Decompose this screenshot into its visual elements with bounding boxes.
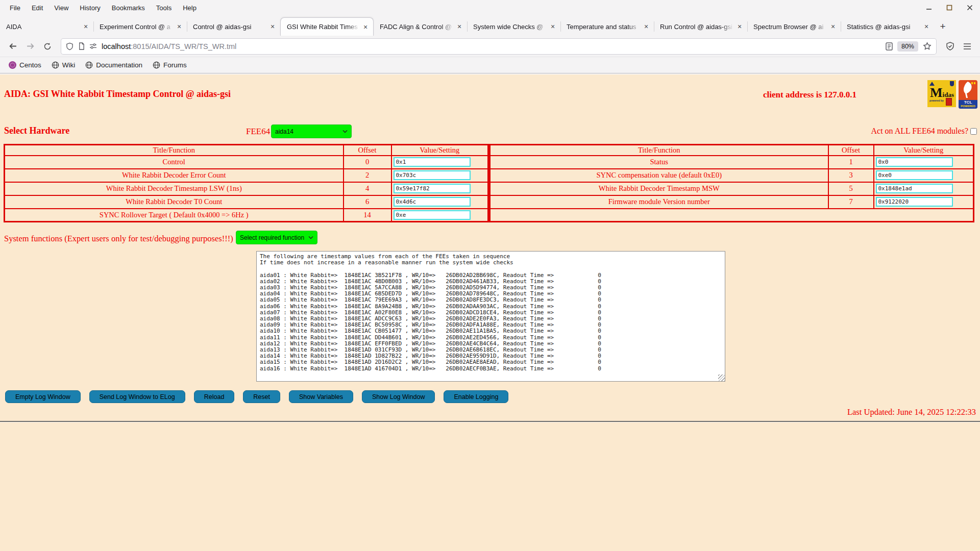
system-functions-select[interactable]: Select required function: [236, 231, 317, 244]
reset-button[interactable]: Reset: [243, 390, 280, 403]
back-icon[interactable]: [5, 39, 20, 54]
minimize-icon[interactable]: [925, 4, 933, 12]
register-value-input[interactable]: [876, 170, 953, 180]
table-row: Control 0: [5, 156, 488, 169]
column-header: Value/Setting: [874, 145, 974, 156]
page-content: AIDA: GSI White Rabbit Timestamp Control…: [0, 74, 980, 551]
tab-close-icon[interactable]: ×: [828, 22, 838, 31]
tab-close-icon[interactable]: ×: [268, 22, 277, 31]
tab-close-icon[interactable]: ×: [735, 22, 744, 31]
url-bar[interactable]: localhost:8015/AIDA/TS_WR/TS_WR.tml 80%: [61, 39, 936, 54]
system-functions-label: System functions (Expert users only for …: [4, 234, 233, 244]
tab-close-icon[interactable]: ×: [642, 22, 651, 31]
show-variables-button[interactable]: Show Variables: [289, 390, 353, 403]
table-row: SYNC compensation value (default 0xE0) 3: [490, 169, 974, 182]
close-icon[interactable]: [966, 4, 974, 12]
tab-aida[interactable]: AIDA×: [0, 17, 93, 36]
reload-button[interactable]: Reload: [194, 390, 235, 403]
tab-experiment-control[interactable]: Experiment Control @ a×: [93, 17, 187, 36]
register-value-input[interactable]: [394, 197, 471, 207]
tab-close-icon[interactable]: ×: [175, 22, 184, 31]
zoom-level-badge[interactable]: 80%: [897, 41, 918, 52]
centos-icon: [9, 61, 16, 69]
page-title: AIDA: GSI White Rabbit Timestamp Control…: [4, 89, 231, 99]
table-row: White Rabbit Decoder T0 Count 6: [5, 195, 488, 209]
bookmark-wiki[interactable]: Wiki: [47, 60, 80, 70]
maximize-icon[interactable]: [945, 4, 953, 12]
menu-bookmarks[interactable]: Bookmarks: [106, 0, 151, 15]
bookmark-centos[interactable]: Centos: [4, 60, 46, 70]
reload-icon[interactable]: [40, 39, 55, 54]
hamburger-menu-icon[interactable]: [960, 39, 975, 54]
reader-view-icon[interactable]: [886, 42, 893, 51]
tab-control[interactable]: Control @ aidas-gsi×: [187, 17, 280, 36]
browser-chrome: File Edit View History Bookmarks Tools H…: [0, 0, 980, 74]
menu-file[interactable]: File: [4, 0, 26, 15]
tab-close-icon[interactable]: ×: [455, 22, 464, 31]
menu-help[interactable]: Help: [177, 0, 202, 15]
tab-close-icon[interactable]: ×: [922, 22, 931, 31]
tab-system-wide-checks[interactable]: System wide Checks @×: [467, 17, 560, 36]
menu-tools[interactable]: Tools: [151, 0, 177, 15]
url-text[interactable]: localhost:8015/AIDA/TS_WR/TS_WR.tml: [102, 42, 236, 51]
act-on-all-checkbox[interactable]: [970, 128, 977, 135]
show-log-window-button[interactable]: Show Log Window: [362, 390, 435, 403]
tab-bar: AIDA× Experiment Control @ a× Control @ …: [0, 15, 980, 36]
table-row: Firmware module Version number 7: [490, 195, 974, 209]
table-row-empty: [490, 209, 974, 222]
log-window[interactable]: The following are timestamp values from …: [256, 251, 725, 382]
tab-statistics[interactable]: Statistics @ aidas-gsi×: [841, 17, 934, 36]
resize-grip-icon[interactable]: [718, 374, 725, 381]
tab-close-icon[interactable]: ×: [548, 22, 557, 31]
register-value-input[interactable]: [394, 210, 471, 220]
column-header: Title/Function: [490, 145, 828, 156]
tcl-powered-logo[interactable]: TCL POWERED: [959, 80, 977, 109]
register-value-input[interactable]: [876, 197, 953, 207]
chevron-down-icon: [342, 130, 348, 133]
send-log-to-elog-button[interactable]: Send Log Window to ELog: [89, 390, 185, 403]
connection-settings-icon[interactable]: [89, 43, 97, 49]
midas-logo[interactable]: Midas powered by: [927, 80, 956, 107]
globe-icon: [153, 61, 160, 69]
register-value-input[interactable]: [394, 184, 471, 193]
menu-view[interactable]: View: [48, 0, 74, 15]
fee64-select[interactable]: aida14: [271, 124, 352, 138]
tcl-feather-icon: [959, 80, 977, 100]
register-value-input[interactable]: [876, 157, 953, 167]
bookmark-star-icon[interactable]: [923, 42, 932, 51]
new-tab-button[interactable]: +: [934, 17, 951, 36]
page-icon[interactable]: [78, 42, 85, 50]
bottom-divider: [0, 421, 980, 422]
register-value-input[interactable]: [394, 170, 471, 180]
column-header: Title/Function: [5, 145, 344, 156]
table-row: SYNC Rollover Target ( Default 0x4000 =>…: [5, 209, 488, 222]
enable-logging-button[interactable]: Enable Logging: [444, 390, 508, 403]
tab-fadc-align[interactable]: FADC Align & Control @×: [374, 17, 467, 36]
column-header: Offset: [344, 145, 391, 156]
register-table-left: Title/Function Offset Value/Setting Cont…: [4, 144, 489, 222]
forward-icon[interactable]: [22, 39, 38, 54]
hardware-row: Select Hardware FEE64 aida14 Act on ALL …: [0, 124, 980, 140]
bookmark-forums[interactable]: Forums: [148, 60, 191, 70]
tab-close-icon[interactable]: ×: [81, 22, 90, 31]
tab-temperature-status[interactable]: Temperature and status×: [560, 17, 654, 36]
menu-bar: File Edit View History Bookmarks Tools H…: [0, 0, 980, 15]
bookmarks-bar: Centos Wiki Documentation Forums: [0, 57, 980, 73]
select-hardware-label: Select Hardware: [4, 126, 69, 136]
navigation-bar: localhost:8015/AIDA/TS_WR/TS_WR.tml 80%: [0, 36, 980, 57]
protections-shield-icon[interactable]: [942, 39, 958, 54]
globe-icon: [52, 61, 59, 69]
act-on-all-row: Act on ALL FEE64 modules?: [871, 127, 977, 136]
register-value-input[interactable]: [394, 157, 471, 167]
tab-spectrum-browser[interactable]: Spectrum Browser @ ai×: [747, 17, 841, 36]
menu-history[interactable]: History: [74, 0, 106, 15]
register-value-input[interactable]: [876, 184, 953, 193]
tab-gsi-white-rabbit[interactable]: GSI White Rabbit Times×: [280, 17, 374, 36]
tab-run-control[interactable]: Run Control @ aidas-gsi×: [654, 17, 747, 36]
menu-edit[interactable]: Edit: [26, 0, 48, 15]
empty-log-window-button[interactable]: Empty Log Window: [5, 390, 81, 403]
shield-icon[interactable]: [66, 42, 74, 51]
tab-close-icon[interactable]: ×: [361, 22, 370, 32]
register-tables: Title/Function Offset Value/Setting Cont…: [4, 144, 974, 222]
bookmark-documentation[interactable]: Documentation: [81, 60, 147, 70]
